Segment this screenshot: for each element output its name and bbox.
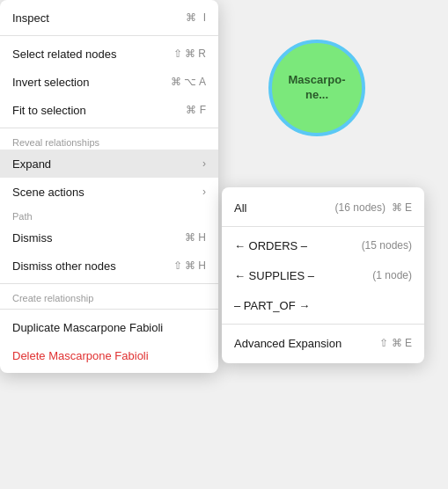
orders-nodes: (15 nodes)	[362, 239, 412, 252]
menu-item-dismiss[interactable]: Dismiss ⌘ H	[0, 223, 218, 252]
menu-item-invert[interactable]: Invert selection ⌘ ⌥ A	[0, 68, 218, 96]
section-create-relationship: Create relationship	[0, 288, 218, 305]
submenu-item-orders[interactable]: ← ORDERS – (15 nodes)	[222, 230, 424, 260]
separator-4	[0, 309, 218, 310]
menu-item-expand[interactable]: Expand ›	[0, 150, 218, 178]
advanced-shortcut: ⇧ ⌘ E	[379, 337, 412, 349]
supplies-nodes: (1 node)	[372, 269, 412, 281]
advanced-label: Advanced Expansion	[234, 337, 379, 350]
menu-item-scene-actions[interactable]: Scene actions ›	[0, 178, 218, 206]
part-of-label: – PART_OF →	[234, 299, 412, 312]
submenu-item-all[interactable]: All (16 nodes) ⌘ E	[222, 193, 424, 223]
submenu-item-part-of[interactable]: – PART_OF →	[222, 290, 424, 320]
select-related-shortcut: ⇧ ⌘ R	[173, 47, 206, 60]
supplies-label: ← SUPPLIES –	[234, 269, 372, 282]
select-related-label: Select related nodes	[12, 47, 173, 61]
expand-submenu: All (16 nodes) ⌘ E ← ORDERS – (15 nodes)…	[222, 187, 424, 363]
fit-label: Fit to selection	[12, 104, 186, 117]
scene-actions-label: Scene actions	[12, 186, 202, 199]
menu-item-fit[interactable]: Fit to selection ⌘ F	[0, 96, 218, 124]
separator-1	[0, 35, 218, 36]
duplicate-label: Duplicate Mascarpone Fabioli	[12, 321, 206, 334]
menu-item-dismiss-other[interactable]: Dismiss other nodes ⇧ ⌘ H	[0, 252, 218, 280]
section-path: Path	[0, 206, 218, 223]
graph-node[interactable]: Mascarpo-ne...	[264, 35, 370, 141]
submenu-item-advanced[interactable]: Advanced Expansion ⇧ ⌘ E	[222, 328, 424, 358]
invert-label: Invert selection	[12, 76, 171, 89]
dismiss-label: Dismiss	[12, 231, 185, 244]
all-nodes: (16 nodes) ⌘ E	[335, 201, 412, 214]
delete-label: Delete Mascarpone Fabioli	[12, 349, 206, 362]
dismiss-other-label: Dismiss other nodes	[12, 259, 173, 273]
inspect-shortcut: ⌘ I	[186, 11, 206, 24]
menu-item-delete[interactable]: Delete Mascarpone Fabioli	[0, 341, 218, 369]
context-menu: Inspect ⌘ I Select related nodes ⇧ ⌘ R I…	[0, 0, 218, 373]
submenu-item-supplies[interactable]: ← SUPPLIES – (1 node)	[222, 260, 424, 290]
inspect-label: Inspect	[12, 11, 186, 25]
menu-item-inspect[interactable]: Inspect ⌘ I	[0, 4, 218, 32]
menu-item-duplicate[interactable]: Duplicate Mascarpone Fabioli	[0, 313, 218, 341]
fit-shortcut: ⌘ F	[186, 104, 206, 116]
menu-item-select-related[interactable]: Select related nodes ⇧ ⌘ R	[0, 40, 218, 68]
scene-actions-arrow: ›	[202, 186, 206, 198]
orders-label: ← ORDERS –	[234, 239, 362, 252]
all-label: All	[234, 201, 335, 215]
submenu-sep-1	[222, 226, 424, 227]
submenu-sep-2	[222, 324, 424, 325]
separator-3	[0, 283, 218, 284]
separator-2	[0, 128, 218, 128]
invert-shortcut: ⌘ ⌥ A	[171, 76, 206, 88]
dismiss-shortcut: ⌘ H	[185, 231, 206, 244]
dismiss-other-shortcut: ⇧ ⌘ H	[173, 259, 206, 272]
expand-label: Expand	[12, 157, 202, 171]
node-circle: Mascarpo-ne...	[268, 40, 365, 136]
section-reveal: Reveal relationships	[0, 132, 218, 150]
node-label: Mascarpo-ne...	[288, 73, 345, 103]
expand-arrow: ›	[202, 157, 206, 170]
